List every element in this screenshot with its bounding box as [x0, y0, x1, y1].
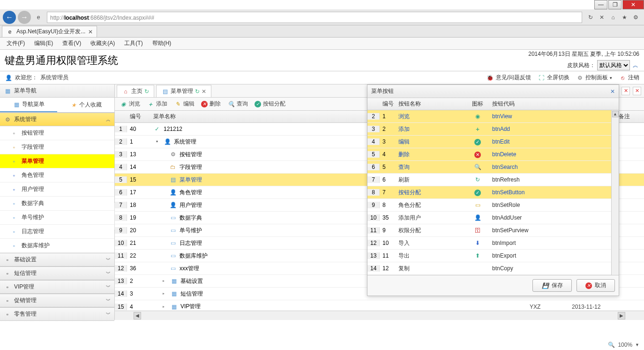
menubar: 文件(F)编辑(E)查看(V)收藏夹(A)工具(T)帮助(H): [0, 38, 644, 50]
row-icon: 👤: [169, 201, 177, 209]
dialog-row[interactable]: 1210导入⬇btnImport: [367, 237, 619, 250]
forward-button[interactable]: →: [18, 11, 31, 24]
dialog-row[interactable]: 43编辑✓btnEdit: [367, 136, 619, 148]
maximize-button[interactable]: ❐: [608, 0, 622, 9]
menu-文件(F)[interactable]: 文件(F): [7, 39, 25, 47]
reload-icon[interactable]: ↻: [144, 88, 149, 95]
dialog-row[interactable]: 119权限分配⚿btnSetPurview: [367, 224, 619, 237]
reload-icon[interactable]: ↻: [195, 88, 200, 95]
grid-row[interactable]: 154▸▦VIP管理YXZ2013-11-12: [115, 300, 644, 311]
button-icon: ⚿: [474, 227, 481, 234]
zoom-icon[interactable]: 🔍: [608, 342, 615, 348]
dialog-row[interactable]: 54删除✕btnDelete: [367, 148, 619, 161]
tb-delete[interactable]: ✕删除: [201, 100, 221, 108]
sidebar-item-数据库维护[interactable]: ▫数据库维护: [0, 239, 114, 253]
stop-icon[interactable]: ✕: [597, 14, 607, 21]
row-icon: 👤: [164, 138, 171, 145]
tb-view[interactable]: ◉浏览: [120, 100, 140, 108]
refresh-icon[interactable]: ↻: [586, 14, 595, 21]
skin-select[interactable]: 默认风格: [597, 60, 630, 70]
sidebar-item-用户管理[interactable]: ▫用户管理: [0, 183, 114, 197]
collapse-icon[interactable]: ▸: [160, 290, 167, 297]
logout-link[interactable]: ⎋注销: [619, 74, 639, 82]
zoom-dropdown-icon[interactable]: ▼: [635, 342, 639, 347]
sidebar-item-菜单管理[interactable]: ▫菜单管理: [0, 154, 114, 168]
tab-favorites[interactable]: ★ 个人收藏: [57, 98, 114, 112]
tab-home[interactable]: ⌂ 主页 ↻: [117, 85, 154, 97]
dialog-row[interactable]: 32添加＋btnAdd: [367, 123, 619, 136]
dialog-row[interactable]: 21浏览◉btnView: [367, 110, 619, 123]
menu-编辑(E)[interactable]: 编辑(E): [34, 39, 53, 47]
tab-close-icon[interactable]: ✕: [202, 88, 206, 95]
gear-icon[interactable]: ⚙: [631, 14, 640, 21]
item-icon: ▫: [10, 200, 18, 207]
dialog-row[interactable]: 1035添加用户👤btnAddUser: [367, 212, 619, 224]
fullscreen-link[interactable]: ⛶全屏切换: [538, 74, 569, 82]
accordion-VIP管理[interactable]: ▫VIP管理︾: [0, 280, 114, 294]
control-panel-link[interactable]: ⚙控制面板▾: [576, 74, 612, 82]
tabtool-close2-icon[interactable]: ✕: [622, 87, 630, 95]
chevron-down-icon: ︾: [106, 311, 111, 318]
accordion-促销管理[interactable]: ▫促销管理︾: [0, 294, 114, 307]
tb-edit[interactable]: ✎编辑: [174, 100, 195, 108]
dialog-row[interactable]: 65查询🔍btnSearch: [367, 161, 619, 174]
menu-工具(T)[interactable]: 工具(T): [124, 39, 142, 47]
tab-close-icon[interactable]: ✕: [88, 29, 93, 35]
browser-tab[interactable]: e Asp.Net(EasyUI)企业开发... ✕: [2, 26, 97, 37]
tabtool-close3-icon[interactable]: ✕: [633, 87, 641, 95]
tb-assign[interactable]: ✓按钮分配: [255, 100, 285, 108]
menu-帮助(H)[interactable]: 帮助(H): [152, 39, 172, 47]
row-icon: ⚙: [169, 151, 177, 158]
collapse-icon[interactable]: ▸: [160, 277, 167, 285]
feedback-link[interactable]: 🐞意见/问题反馈: [487, 74, 531, 82]
scroll-left-icon[interactable]: ◀: [134, 312, 141, 320]
button-icon: ✓: [474, 190, 481, 196]
dialog-row[interactable]: 98角色分配▭btnSetRole: [367, 199, 619, 212]
sidebar-item-单号维护[interactable]: ▫单号维护: [0, 211, 114, 225]
menu-查看(V)[interactable]: 查看(V): [62, 39, 81, 47]
pencil-icon: ✎: [174, 100, 181, 108]
accordion-短信管理[interactable]: ▫短信管理︾: [0, 266, 114, 280]
row-icon: ▭: [169, 214, 177, 221]
dialog-row[interactable]: 76刷新↻btnRefresh: [367, 174, 619, 186]
collapse-header-icon[interactable]: ︽: [632, 61, 639, 69]
sidebar-item-按钮管理[interactable]: ▫按钮管理: [0, 126, 114, 140]
sidebar-item-日志管理[interactable]: ▫日志管理: [0, 225, 114, 239]
accordion-system-manage[interactable]: ⚙系统管理 ︽: [0, 113, 114, 126]
tab-nav-menu[interactable]: ▦ 导航菜单: [0, 98, 57, 112]
globe-icon: ◉: [120, 100, 127, 108]
scroll-right-icon[interactable]: ▶: [618, 312, 625, 320]
tab-menu-manage[interactable]: ▤ 菜单管理 ↻ ✕: [156, 85, 211, 97]
dialog-row[interactable]: 87按钮分配✓btnSetButton: [367, 186, 619, 199]
cancel-button[interactable]: ✕取消: [577, 279, 615, 292]
menu-收藏夹(A)[interactable]: 收藏夹(A): [90, 39, 115, 47]
dialog-close-icon[interactable]: ✕: [610, 88, 615, 95]
sidebar-item-角色管理[interactable]: ▫角色管理: [0, 168, 114, 183]
row-icon: ▭: [169, 239, 177, 247]
tb-add[interactable]: ＋添加: [147, 100, 167, 108]
save-button[interactable]: 💾保存: [532, 279, 572, 292]
item-icon: ▫: [10, 144, 18, 151]
dialog-row[interactable]: 1412复制btnCopy: [367, 262, 619, 275]
scroll-up-icon[interactable]: ▲: [612, 111, 619, 117]
address-bar[interactable]: http://localhost:6868/jtsv2/Index.aspx##…: [47, 12, 582, 23]
accordion-零售管理[interactable]: ▫零售管理︾: [0, 307, 114, 321]
collapse-icon[interactable]: ▸: [160, 303, 167, 311]
tb-search[interactable]: 🔍查询: [227, 100, 248, 108]
dialog-scrollbar[interactable]: ▲: [611, 110, 619, 275]
sidebar-item-数据字典[interactable]: ▫数据字典: [0, 197, 114, 211]
accordion-基础设置[interactable]: ▫基础设置︾: [0, 253, 114, 266]
dialog-row[interactable]: 1311导出⬆btnExport: [367, 250, 619, 262]
minimize-button[interactable]: —: [594, 0, 607, 9]
chevron-down-icon: ︾: [106, 284, 111, 290]
home-icon[interactable]: ⌂: [608, 14, 618, 21]
dialog-grid-header: 编号 按钮名称 图标 按钮代码: [367, 98, 619, 110]
sidebar-item-字段管理[interactable]: ▫字段管理: [0, 140, 114, 154]
button-icon: ↻: [474, 176, 481, 183]
back-button[interactable]: ←: [3, 11, 16, 24]
close-window-button[interactable]: ✕: [622, 0, 644, 9]
horizontal-scrollbar[interactable]: ◀ ▶: [115, 311, 644, 320]
star-icon[interactable]: ★: [620, 14, 629, 21]
expand-icon[interactable]: ▾: [153, 138, 161, 145]
button-icon: ✓: [474, 139, 481, 145]
